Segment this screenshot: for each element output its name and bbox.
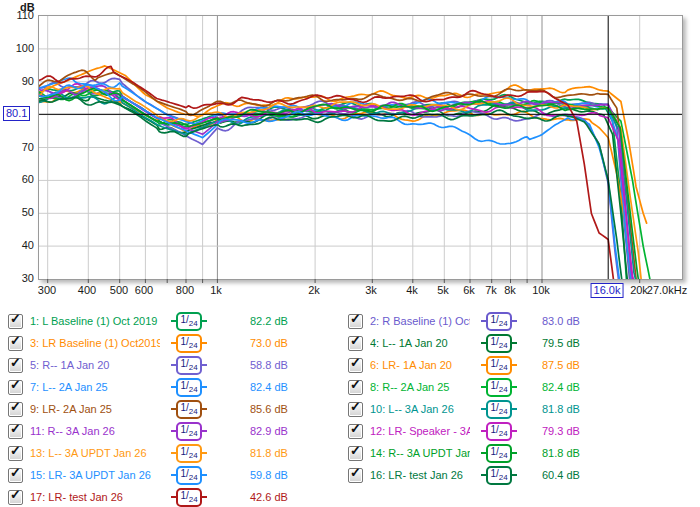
measurement-checkbox[interactable]: ✓ [348, 380, 363, 395]
measurement-checkbox[interactable]: ✓ [8, 446, 23, 461]
smoothing-badge[interactable]: 1/24 [470, 378, 528, 397]
smoothing-badge[interactable]: 1/24 [160, 422, 218, 441]
legend-label[interactable]: 7: L-- 2A Jan 25 [30, 381, 160, 393]
legend-value: 82.2 dB [218, 315, 340, 327]
legend-label[interactable]: 11: R-- 3A Jan 26 [30, 425, 160, 437]
legend-value: 83.0 dB [528, 315, 698, 327]
measurement-checkbox[interactable]: ✓ [8, 358, 23, 373]
x-tick-label: 8k [504, 284, 516, 296]
legend-label[interactable]: 6: LR- 1A Jan 20 [370, 359, 470, 371]
cursor-level-readout[interactable]: 80.1 [3, 106, 30, 121]
legend-item: ✓17: LR- test Jan 261/2442.6 dB [8, 486, 340, 507]
measurement-checkbox[interactable]: ✓ [348, 424, 363, 439]
measurement-checkbox[interactable]: ✓ [348, 446, 363, 461]
checkmark-icon: ✓ [10, 443, 21, 458]
smoothing-badge[interactable]: 1/24 [470, 312, 528, 331]
y-tick-label: 100 [2, 42, 34, 54]
legend-item: ✓16: LR- test Jan 261/2460.4 dB [348, 464, 698, 486]
legend-value: 59.8 dB [218, 469, 340, 481]
smoothing-fraction: 1/24 [176, 356, 201, 375]
legend-item: ✓8: R-- 2A Jan 251/2482.4 dB [348, 376, 698, 398]
measurement-checkbox[interactable]: ✓ [8, 336, 23, 351]
legend-label[interactable]: 15: LR- 3A UPDT Jan 26 [30, 469, 160, 481]
x-tick-label: 1k [210, 284, 222, 296]
smoothing-badge[interactable]: 1/24 [160, 334, 218, 353]
measurement-checkbox[interactable]: ✓ [8, 490, 23, 505]
measurement-checkbox[interactable]: ✓ [8, 314, 23, 329]
legend-label[interactable]: 13: L-- 3A UPDT Jan 26 [30, 447, 160, 459]
smoothing-badge[interactable]: 1/24 [160, 466, 218, 485]
legend-label[interactable]: 2: R Baseline (1) Oct 2019 ( [370, 315, 470, 327]
x-tick-label: 20k [630, 284, 648, 296]
smoothing-badge[interactable]: 1/24 [160, 312, 218, 331]
checkmark-icon: ✓ [10, 399, 21, 414]
spl-curves [39, 66, 650, 279]
legend-value: 81.8 dB [528, 403, 698, 415]
legend-label[interactable]: 16: LR- test Jan 26 [370, 469, 470, 481]
legend-label[interactable]: 8: R-- 2A Jan 25 [370, 381, 470, 393]
smoothing-badge[interactable]: 1/24 [470, 466, 528, 485]
x-tick-label: 3k [365, 284, 377, 296]
legend-label[interactable]: 3: LR Baseline (1) Oct2019 [30, 337, 160, 349]
smoothing-fraction: 1/24 [486, 444, 511, 463]
legend-item: ✓15: LR- 3A UPDT Jan 261/2459.8 dB [8, 464, 340, 486]
checkmark-icon: ✓ [10, 377, 21, 392]
legend-label[interactable]: 4: L-- 1A Jan 20 [370, 337, 470, 349]
x-tick-label: 6k [463, 284, 475, 296]
measurement-checkbox[interactable]: ✓ [348, 358, 363, 373]
legend-value: 79.3 dB [528, 425, 698, 437]
checkmark-icon: ✓ [10, 487, 21, 502]
legend-value: 60.4 dB [528, 469, 698, 481]
smoothing-fraction: 1/24 [176, 400, 201, 419]
measurement-checkbox[interactable]: ✓ [8, 424, 23, 439]
rew-all-spl-window: dB All SPL 11010090706050403030040050060… [0, 0, 700, 507]
measurement-checkbox[interactable]: ✓ [8, 402, 23, 417]
legend-item: ✓14: R-- 3A UPDT Jan 261/2481.8 dB [348, 442, 698, 464]
legend-item: ✓9: LR- 2A Jan 251/2485.6 dB [8, 398, 340, 420]
smoothing-fraction: 1/24 [486, 312, 511, 331]
legend-label[interactable]: 9: LR- 2A Jan 25 [30, 403, 160, 415]
legend-item: ✓13: L-- 3A UPDT Jan 261/2481.8 dB [8, 442, 340, 464]
legend-item: ✓5: R-- 1A Jan 201/2458.8 dB [8, 354, 340, 376]
measurement-checkbox[interactable]: ✓ [348, 468, 363, 483]
checkmark-icon: ✓ [350, 311, 361, 326]
checkmark-icon: ✓ [10, 421, 21, 436]
legend-label[interactable]: 17: LR- test Jan 26 [30, 491, 160, 503]
legend-label[interactable]: 12: LR- Speaker - 3A Jan 2 [370, 425, 470, 437]
smoothing-badge[interactable]: 1/24 [160, 444, 218, 463]
smoothing-fraction: 1/24 [486, 378, 511, 397]
checkmark-icon: ✓ [10, 465, 21, 480]
smoothing-badge[interactable]: 1/24 [470, 356, 528, 375]
measurement-checkbox[interactable]: ✓ [348, 402, 363, 417]
measurement-checkbox[interactable]: ✓ [8, 380, 23, 395]
smoothing-badge[interactable]: 1/24 [160, 400, 218, 419]
smoothing-badge[interactable]: 1/24 [470, 444, 528, 463]
legend-label[interactable]: 10: L-- 3A Jan 26 [370, 403, 470, 415]
legend-value: 82.4 dB [528, 381, 698, 393]
checkmark-icon: ✓ [350, 465, 361, 480]
smoothing-badge[interactable]: 1/24 [470, 400, 528, 419]
smoothing-badge[interactable]: 1/24 [470, 422, 528, 441]
legend-value: 73.0 dB [218, 337, 340, 349]
x-tick-label: 300 [38, 284, 56, 296]
smoothing-badge[interactable]: 1/24 [160, 488, 218, 507]
measurement-checkbox[interactable]: ✓ [348, 336, 363, 351]
smoothing-badge[interactable]: 1/24 [160, 378, 218, 397]
legend-item: ✓7: L-- 2A Jan 251/2482.4 dB [8, 376, 340, 398]
legend-label[interactable]: 1: L Baseline (1) Oct 2019 ( [30, 315, 160, 327]
legend-item: ✓2: R Baseline (1) Oct 2019 (1/2483.0 dB [348, 310, 698, 332]
legend-label[interactable]: 5: R-- 1A Jan 20 [30, 359, 160, 371]
smoothing-badge[interactable]: 1/24 [160, 356, 218, 375]
spl-plot-area[interactable] [38, 15, 683, 280]
smoothing-badge[interactable]: 1/24 [470, 334, 528, 353]
measurement-checkbox[interactable]: ✓ [8, 468, 23, 483]
cursor-frequency-readout[interactable]: 16.0k [591, 283, 624, 298]
smoothing-fraction: 1/24 [486, 422, 511, 441]
smoothing-fraction: 1/24 [176, 312, 201, 331]
smoothing-fraction: 1/24 [486, 400, 511, 419]
legend-label[interactable]: 14: R-- 3A UPDT Jan 26 [370, 447, 470, 459]
legend-item: ✓11: R-- 3A Jan 261/2482.9 dB [8, 420, 340, 442]
legend-value: 81.8 dB [528, 447, 698, 459]
legend-value: 82.9 dB [218, 425, 340, 437]
measurement-checkbox[interactable]: ✓ [348, 314, 363, 329]
